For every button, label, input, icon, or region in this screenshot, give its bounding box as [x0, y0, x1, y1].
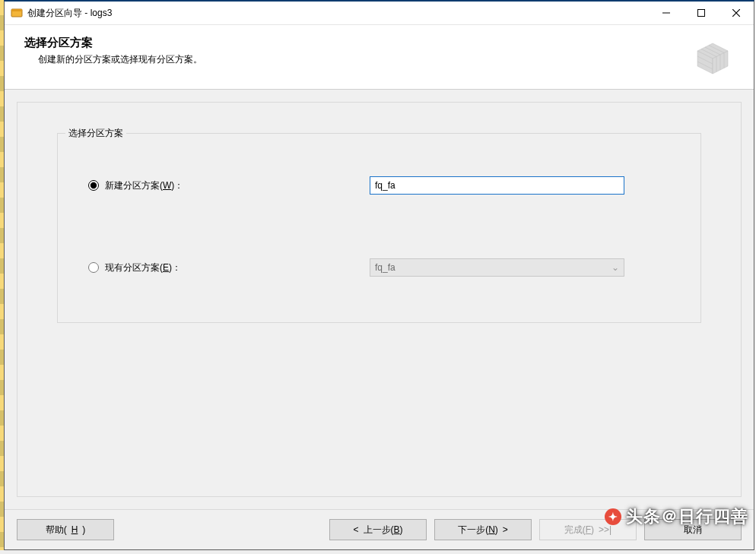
option-row-new-scheme: 新建分区方案(W)：	[88, 176, 670, 195]
svg-rect-3	[698, 10, 705, 17]
page-title: 选择分区方案	[24, 36, 684, 50]
content-panel: 选择分区方案 新建分区方案(W)： 现有分区方案(E)：	[5, 90, 754, 509]
radio-new-scheme[interactable]	[88, 180, 99, 191]
arrow-left-icon: <	[353, 525, 358, 534]
svg-rect-1	[11, 9, 22, 11]
fieldset-legend: 选择分区方案	[65, 127, 126, 140]
content-inner: 选择分区方案 新建分区方案(W)： 现有分区方案(E)：	[17, 102, 742, 497]
option-row-existing-scheme: 现有分区方案(E)： fq_fa ⌄	[88, 258, 670, 277]
radio-existing-scheme-label[interactable]: 现有分区方案(E)：	[105, 261, 181, 274]
arrow-end-icon: >>|	[599, 525, 611, 534]
window-title: 创建分区向导 - logs3	[27, 7, 112, 20]
radio-new-scheme-label[interactable]: 新建分区方案(W)：	[105, 179, 183, 192]
back-button[interactable]: < 上一步(B)	[329, 519, 427, 540]
maximize-button[interactable]	[684, 2, 719, 25]
partition-scheme-fieldset: 选择分区方案 新建分区方案(W)： 现有分区方案(E)：	[57, 133, 701, 323]
minimize-button[interactable]	[649, 2, 684, 25]
cancel-button[interactable]: 取消	[644, 519, 742, 540]
wizard-button-bar: 帮助(H) < 上一步(B) 下一步(N) > 完成(F) >>| 取消	[5, 509, 754, 549]
close-button[interactable]	[719, 2, 754, 25]
next-button[interactable]: 下一步(N) >	[434, 519, 532, 540]
new-scheme-name-input[interactable]	[370, 176, 624, 195]
wizard-graphic-icon	[693, 36, 735, 78]
wizard-window: 创建分区向导 - logs3 选择分区方案 创建新的分区方案或选择现有分区方案。	[4, 0, 754, 550]
chevron-down-icon: ⌄	[611, 262, 619, 273]
background-stripe-bottom	[0, 550, 756, 554]
page-description: 创建新的分区方案或选择现有分区方案。	[38, 53, 684, 66]
wizard-header: 选择分区方案 创建新的分区方案或选择现有分区方案。	[5, 25, 754, 90]
radio-existing-scheme[interactable]	[88, 262, 99, 273]
app-icon	[11, 7, 23, 19]
existing-scheme-value: fq_fa	[375, 262, 395, 273]
titlebar: 创建分区向导 - logs3	[5, 2, 754, 25]
existing-scheme-combo: fq_fa ⌄	[370, 258, 624, 277]
help-button[interactable]: 帮助(H)	[17, 519, 114, 540]
arrow-right-icon: >	[503, 525, 508, 534]
svg-rect-2	[662, 13, 670, 14]
finish-button: 完成(F) >>|	[539, 519, 637, 540]
